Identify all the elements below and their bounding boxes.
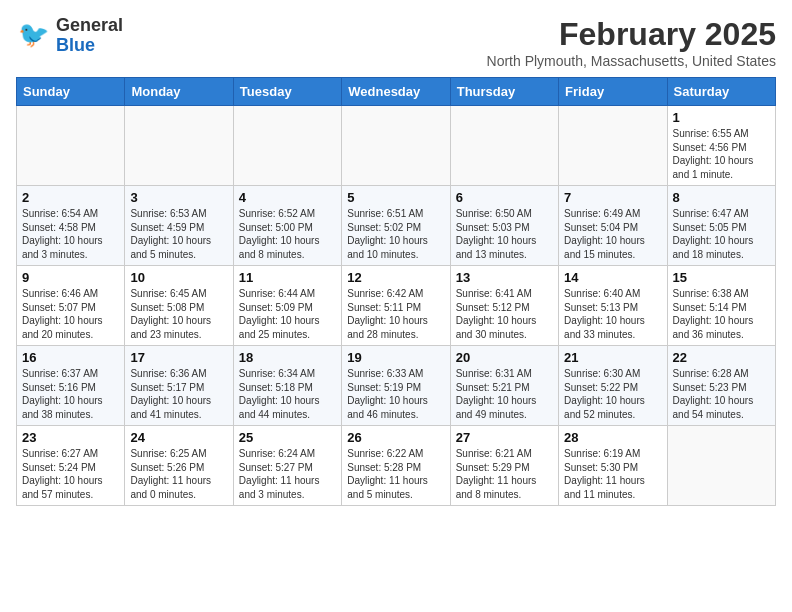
day-number: 12: [347, 270, 444, 285]
calendar-cell: 11Sunrise: 6:44 AM Sunset: 5:09 PM Dayli…: [233, 266, 341, 346]
day-info: Sunrise: 6:25 AM Sunset: 5:26 PM Dayligh…: [130, 447, 227, 501]
day-number: 8: [673, 190, 770, 205]
calendar-cell: [17, 106, 125, 186]
calendar-cell: 20Sunrise: 6:31 AM Sunset: 5:21 PM Dayli…: [450, 346, 558, 426]
day-number: 25: [239, 430, 336, 445]
weekday-header-sunday: Sunday: [17, 78, 125, 106]
day-info: Sunrise: 6:24 AM Sunset: 5:27 PM Dayligh…: [239, 447, 336, 501]
day-info: Sunrise: 6:30 AM Sunset: 5:22 PM Dayligh…: [564, 367, 661, 421]
day-number: 24: [130, 430, 227, 445]
calendar-table: SundayMondayTuesdayWednesdayThursdayFrid…: [16, 77, 776, 506]
calendar-cell: 19Sunrise: 6:33 AM Sunset: 5:19 PM Dayli…: [342, 346, 450, 426]
day-number: 4: [239, 190, 336, 205]
calendar-cell: 13Sunrise: 6:41 AM Sunset: 5:12 PM Dayli…: [450, 266, 558, 346]
calendar-cell: 16Sunrise: 6:37 AM Sunset: 5:16 PM Dayli…: [17, 346, 125, 426]
day-info: Sunrise: 6:21 AM Sunset: 5:29 PM Dayligh…: [456, 447, 553, 501]
day-info: Sunrise: 6:34 AM Sunset: 5:18 PM Dayligh…: [239, 367, 336, 421]
day-number: 19: [347, 350, 444, 365]
calendar-cell: [450, 106, 558, 186]
calendar-cell: 1Sunrise: 6:55 AM Sunset: 4:56 PM Daylig…: [667, 106, 775, 186]
day-info: Sunrise: 6:50 AM Sunset: 5:03 PM Dayligh…: [456, 207, 553, 261]
calendar-cell: 26Sunrise: 6:22 AM Sunset: 5:28 PM Dayli…: [342, 426, 450, 506]
calendar-cell: 27Sunrise: 6:21 AM Sunset: 5:29 PM Dayli…: [450, 426, 558, 506]
week-row-2: 2Sunrise: 6:54 AM Sunset: 4:58 PM Daylig…: [17, 186, 776, 266]
day-info: Sunrise: 6:33 AM Sunset: 5:19 PM Dayligh…: [347, 367, 444, 421]
calendar-cell: 28Sunrise: 6:19 AM Sunset: 5:30 PM Dayli…: [559, 426, 667, 506]
day-number: 1: [673, 110, 770, 125]
day-info: Sunrise: 6:54 AM Sunset: 4:58 PM Dayligh…: [22, 207, 119, 261]
title-area: February 2025 North Plymouth, Massachuse…: [487, 16, 776, 69]
day-number: 22: [673, 350, 770, 365]
calendar-cell: 14Sunrise: 6:40 AM Sunset: 5:13 PM Dayli…: [559, 266, 667, 346]
logo-icon: 🐦: [16, 18, 52, 54]
calendar-cell: 3Sunrise: 6:53 AM Sunset: 4:59 PM Daylig…: [125, 186, 233, 266]
day-number: 15: [673, 270, 770, 285]
calendar-cell: 8Sunrise: 6:47 AM Sunset: 5:05 PM Daylig…: [667, 186, 775, 266]
calendar-cell: [667, 426, 775, 506]
weekday-header-friday: Friday: [559, 78, 667, 106]
day-info: Sunrise: 6:40 AM Sunset: 5:13 PM Dayligh…: [564, 287, 661, 341]
day-info: Sunrise: 6:44 AM Sunset: 5:09 PM Dayligh…: [239, 287, 336, 341]
calendar-cell: 17Sunrise: 6:36 AM Sunset: 5:17 PM Dayli…: [125, 346, 233, 426]
weekday-header-monday: Monday: [125, 78, 233, 106]
day-number: 26: [347, 430, 444, 445]
day-number: 20: [456, 350, 553, 365]
day-number: 5: [347, 190, 444, 205]
day-number: 17: [130, 350, 227, 365]
day-info: Sunrise: 6:53 AM Sunset: 4:59 PM Dayligh…: [130, 207, 227, 261]
calendar-cell: 23Sunrise: 6:27 AM Sunset: 5:24 PM Dayli…: [17, 426, 125, 506]
calendar-cell: 2Sunrise: 6:54 AM Sunset: 4:58 PM Daylig…: [17, 186, 125, 266]
calendar-cell: 10Sunrise: 6:45 AM Sunset: 5:08 PM Dayli…: [125, 266, 233, 346]
day-number: 6: [456, 190, 553, 205]
calendar-cell: [233, 106, 341, 186]
calendar-cell: 6Sunrise: 6:50 AM Sunset: 5:03 PM Daylig…: [450, 186, 558, 266]
day-number: 13: [456, 270, 553, 285]
day-info: Sunrise: 6:47 AM Sunset: 5:05 PM Dayligh…: [673, 207, 770, 261]
day-info: Sunrise: 6:52 AM Sunset: 5:00 PM Dayligh…: [239, 207, 336, 261]
day-number: 23: [22, 430, 119, 445]
day-info: Sunrise: 6:37 AM Sunset: 5:16 PM Dayligh…: [22, 367, 119, 421]
week-row-3: 9Sunrise: 6:46 AM Sunset: 5:07 PM Daylig…: [17, 266, 776, 346]
location-title: North Plymouth, Massachusetts, United St…: [487, 53, 776, 69]
logo-text: General Blue: [56, 16, 123, 56]
calendar-cell: [125, 106, 233, 186]
day-number: 21: [564, 350, 661, 365]
day-number: 11: [239, 270, 336, 285]
svg-text:🐦: 🐦: [18, 19, 50, 50]
calendar-cell: [342, 106, 450, 186]
day-info: Sunrise: 6:36 AM Sunset: 5:17 PM Dayligh…: [130, 367, 227, 421]
calendar-cell: 22Sunrise: 6:28 AM Sunset: 5:23 PM Dayli…: [667, 346, 775, 426]
day-number: 7: [564, 190, 661, 205]
calendar-cell: 15Sunrise: 6:38 AM Sunset: 5:14 PM Dayli…: [667, 266, 775, 346]
header: 🐦 General Blue February 2025 North Plymo…: [16, 16, 776, 69]
calendar-cell: 4Sunrise: 6:52 AM Sunset: 5:00 PM Daylig…: [233, 186, 341, 266]
calendar-cell: [559, 106, 667, 186]
day-info: Sunrise: 6:41 AM Sunset: 5:12 PM Dayligh…: [456, 287, 553, 341]
calendar-cell: 25Sunrise: 6:24 AM Sunset: 5:27 PM Dayli…: [233, 426, 341, 506]
weekday-header-row: SundayMondayTuesdayWednesdayThursdayFrid…: [17, 78, 776, 106]
day-number: 27: [456, 430, 553, 445]
day-info: Sunrise: 6:28 AM Sunset: 5:23 PM Dayligh…: [673, 367, 770, 421]
week-row-1: 1Sunrise: 6:55 AM Sunset: 4:56 PM Daylig…: [17, 106, 776, 186]
day-number: 2: [22, 190, 119, 205]
day-info: Sunrise: 6:38 AM Sunset: 5:14 PM Dayligh…: [673, 287, 770, 341]
week-row-4: 16Sunrise: 6:37 AM Sunset: 5:16 PM Dayli…: [17, 346, 776, 426]
week-row-5: 23Sunrise: 6:27 AM Sunset: 5:24 PM Dayli…: [17, 426, 776, 506]
day-info: Sunrise: 6:45 AM Sunset: 5:08 PM Dayligh…: [130, 287, 227, 341]
day-number: 10: [130, 270, 227, 285]
calendar-cell: 9Sunrise: 6:46 AM Sunset: 5:07 PM Daylig…: [17, 266, 125, 346]
day-number: 18: [239, 350, 336, 365]
day-number: 14: [564, 270, 661, 285]
day-info: Sunrise: 6:49 AM Sunset: 5:04 PM Dayligh…: [564, 207, 661, 261]
weekday-header-thursday: Thursday: [450, 78, 558, 106]
weekday-header-wednesday: Wednesday: [342, 78, 450, 106]
day-info: Sunrise: 6:55 AM Sunset: 4:56 PM Dayligh…: [673, 127, 770, 181]
day-number: 3: [130, 190, 227, 205]
calendar-cell: 12Sunrise: 6:42 AM Sunset: 5:11 PM Dayli…: [342, 266, 450, 346]
logo: 🐦 General Blue: [16, 16, 123, 56]
calendar-cell: 18Sunrise: 6:34 AM Sunset: 5:18 PM Dayli…: [233, 346, 341, 426]
calendar-cell: 7Sunrise: 6:49 AM Sunset: 5:04 PM Daylig…: [559, 186, 667, 266]
calendar-cell: 5Sunrise: 6:51 AM Sunset: 5:02 PM Daylig…: [342, 186, 450, 266]
calendar-cell: 24Sunrise: 6:25 AM Sunset: 5:26 PM Dayli…: [125, 426, 233, 506]
day-info: Sunrise: 6:27 AM Sunset: 5:24 PM Dayligh…: [22, 447, 119, 501]
